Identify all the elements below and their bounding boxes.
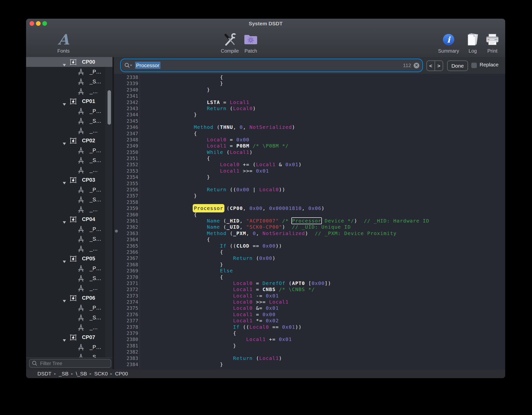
tree-item[interactable]: _S…: [26, 195, 112, 205]
find-previous-button[interactable]: <: [427, 61, 435, 71]
tree-item-label: _S…: [90, 77, 101, 87]
scope-icon: [69, 255, 77, 262]
code-line: 2342 LSTA = Local1: [114, 99, 505, 105]
disclosure-triangle-icon[interactable]: [63, 339, 66, 342]
disclosure-triangle-icon[interactable]: [63, 182, 66, 185]
search-input[interactable]: Processor 112 ✕: [122, 60, 422, 71]
window-header: System DSDT A Fonts Compile: [26, 19, 505, 58]
fonts-button[interactable]: A Fonts: [46, 31, 81, 54]
pane-divider[interactable]: [112, 57, 114, 369]
code-line: 2351 {: [114, 155, 505, 162]
tree-group-label: CP06: [82, 293, 95, 303]
code-line: 2378 If ((Local0 == 0x01)): [114, 324, 505, 330]
code-line: 2364 {: [114, 237, 505, 243]
line-number: 2348: [114, 137, 138, 143]
tree-item[interactable]: _P…: [26, 303, 112, 313]
breadcrumb-item-sb[interactable]: _SB: [59, 371, 69, 377]
replace-label: Replace: [480, 62, 499, 68]
line-number: 2383: [114, 355, 138, 361]
tree-item[interactable]: _S…: [26, 234, 112, 244]
tree-item[interactable]: _S…: [26, 313, 112, 323]
tree-item-label: _P…: [90, 342, 101, 352]
code-line: 2383 Return (Local1): [114, 355, 505, 361]
find-next-button[interactable]: >: [435, 61, 443, 71]
code-line: 2346 Method (THNU, 0, NotSerialized): [114, 124, 505, 130]
scope-icon: [69, 334, 77, 341]
tree-item-label: _S…: [90, 273, 101, 283]
code-line: 2345: [114, 118, 505, 124]
replace-checkbox[interactable]: [471, 62, 477, 68]
tree-item[interactable]: _…: [26, 323, 112, 332]
line-number: 2380: [114, 336, 138, 342]
tree-item-label: _…: [90, 126, 98, 136]
tree-item[interactable]: _P…: [26, 264, 112, 273]
tree-item[interactable]: _P…: [26, 67, 112, 77]
tree-item[interactable]: _P…: [26, 185, 112, 195]
code-line: 2377 Local1 *= 0x02: [114, 318, 505, 324]
code-editor[interactable]: 2338 {2339 }2340 }23412342 LSTA = Local1…: [114, 74, 505, 369]
sidebar-scrollbar-thumb[interactable]: [108, 90, 111, 125]
tree-item[interactable]: _S…: [26, 116, 112, 126]
disclosure-triangle-icon[interactable]: [63, 300, 66, 303]
sidebar-item-cp06[interactable]: CP06: [26, 293, 112, 303]
filter-tree-input[interactable]: [40, 360, 102, 367]
sidebar-item-cp03[interactable]: CP03: [26, 175, 112, 185]
disclosure-triangle-icon[interactable]: [63, 103, 66, 106]
tree-item[interactable]: _…: [26, 283, 112, 293]
code-line: 2354 }: [114, 174, 505, 180]
sidebar-item-cp01[interactable]: CP01: [26, 96, 112, 106]
code-line: 2341: [114, 93, 505, 99]
code-line: 2350 While (Local1): [114, 149, 505, 155]
line-number: 2349: [114, 143, 138, 149]
patch-button[interactable]: Patch: [234, 31, 268, 54]
tree-item-label: _S…: [90, 116, 101, 126]
tree-item[interactable]: _…: [26, 244, 112, 254]
line-number: 2373: [114, 293, 138, 299]
sidebar-item-cp05[interactable]: CP05: [26, 254, 112, 264]
breadcrumb-item-sb[interactable]: \_SB: [76, 371, 87, 377]
tree-item[interactable]: _S…: [26, 77, 112, 87]
tree-item[interactable]: _…: [26, 205, 112, 214]
line-number: 2354: [114, 174, 138, 180]
method-icon: [77, 147, 85, 154]
tree-item-label: _P…: [90, 106, 101, 116]
sidebar-item-cp07[interactable]: CP07: [26, 332, 112, 342]
line-number: 2374: [114, 299, 138, 305]
tree-item[interactable]: _P…: [26, 146, 112, 155]
breadcrumb-item-dsdt[interactable]: DSDT: [37, 371, 51, 377]
tree-item[interactable]: _P…: [26, 342, 112, 352]
code-line: 2384 }: [114, 361, 505, 368]
tree-item[interactable]: _…: [26, 126, 112, 136]
breadcrumb-item-cp00[interactable]: CP00: [115, 371, 128, 377]
sidebar-item-cp00[interactable]: CP00: [26, 57, 112, 67]
disclosure-triangle-icon[interactable]: [63, 142, 66, 145]
disclosure-triangle-icon[interactable]: [63, 221, 66, 224]
tree-item[interactable]: _S…: [26, 352, 112, 358]
disclosure-triangle-icon[interactable]: [63, 64, 66, 67]
sidebar-item-cp02[interactable]: CP02: [26, 136, 112, 146]
clear-search-icon[interactable]: ✕: [414, 63, 419, 68]
tree-item[interactable]: _S…: [26, 273, 112, 283]
tree-item[interactable]: _P…: [26, 106, 112, 116]
line-number: 2347: [114, 131, 138, 137]
filter-field[interactable]: [29, 359, 111, 368]
tree-group-label: CP03: [82, 175, 95, 185]
done-button[interactable]: Done: [447, 60, 468, 71]
find-bar: Processor 112 ✕ < > Done Replace: [114, 57, 505, 74]
tree-item[interactable]: _…: [26, 165, 112, 175]
tree-group-label: CP01: [82, 96, 95, 106]
disclosure-triangle-icon[interactable]: [63, 260, 66, 263]
tree-item[interactable]: _…: [26, 87, 112, 96]
line-number: 2367: [114, 255, 138, 261]
breadcrumb-item-sck0[interactable]: SCK0: [94, 371, 108, 377]
tree-item[interactable]: _P…: [26, 224, 112, 234]
sidebar-item-cp04[interactable]: CP04: [26, 214, 112, 224]
code-line: 2362 Name (_UID, "SCK0-CP00") // _UID: U…: [114, 224, 505, 230]
search-icon[interactable]: [124, 62, 133, 68]
print-button[interactable]: Print: [475, 31, 505, 54]
code-lines: 2338 {2339 }2340 }23412342 LSTA = Local1…: [114, 74, 505, 368]
line-number: 2353: [114, 168, 138, 174]
scope-icon: [69, 137, 77, 144]
scope-icon: [69, 59, 77, 65]
tree-item[interactable]: _S…: [26, 155, 112, 165]
